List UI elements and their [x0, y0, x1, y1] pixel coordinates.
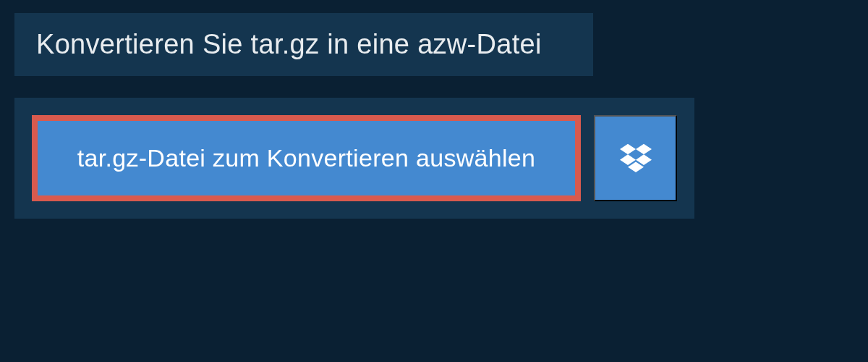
select-file-label: tar.gz-Datei zum Konvertieren auswählen [77, 144, 535, 172]
dropbox-icon [620, 141, 652, 175]
file-select-panel: tar.gz-Datei zum Konvertieren auswählen [14, 98, 694, 219]
page-title: Konvertieren Sie tar.gz in eine azw-Date… [36, 29, 571, 60]
dropbox-button[interactable] [594, 115, 677, 201]
header-bar: Konvertieren Sie tar.gz in eine azw-Date… [14, 13, 593, 76]
select-file-button[interactable]: tar.gz-Datei zum Konvertieren auswählen [32, 115, 581, 201]
